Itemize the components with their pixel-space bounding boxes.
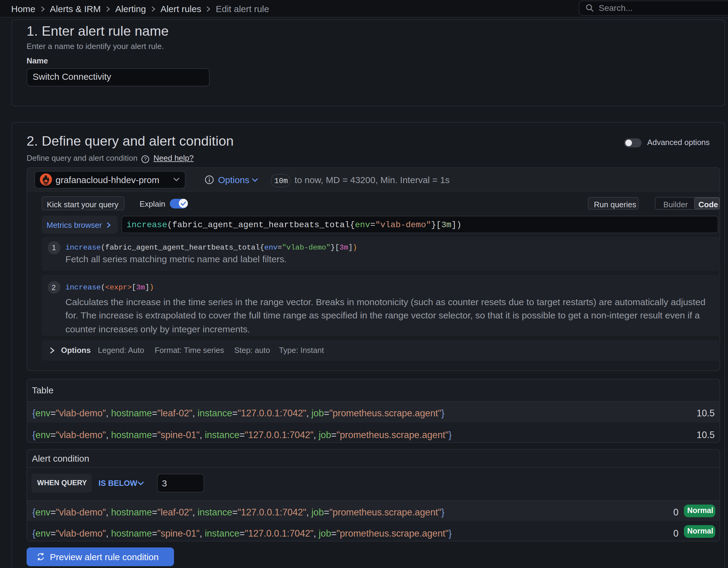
svg-text:?: ?	[144, 156, 147, 162]
